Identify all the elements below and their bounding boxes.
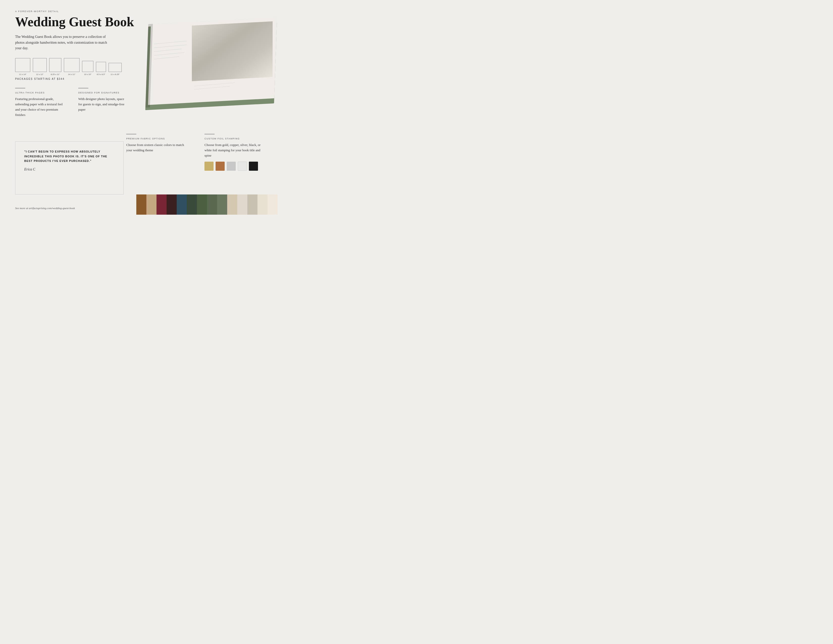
- description: The Wedding Guest Book allows you to pre…: [15, 34, 111, 51]
- size-option-1[interactable]: 12 x 12": [33, 58, 47, 76]
- size-box-3: [64, 58, 79, 72]
- fabric-color-7[interactable]: [207, 195, 217, 215]
- fabric-color-0[interactable]: [136, 195, 146, 215]
- foil-line: [204, 134, 215, 134]
- page-wrapper: A FOREVER-WORTHY DETAIL Wedding Guest Bo…: [0, 0, 278, 215]
- size-option-0[interactable]: 11 x 14": [15, 58, 30, 76]
- size-label-4: 10 x 10": [84, 73, 92, 76]
- fabric-color-1[interactable]: [146, 195, 156, 215]
- feature-title-1: ULTRA-THICK PAGES: [15, 92, 66, 94]
- foil-title: CUSTOM FOIL STAMPING: [204, 137, 268, 140]
- book-svg: [126, 3, 278, 111]
- feature-line-2: [78, 88, 88, 89]
- size-label-2: 8.25 x 11": [51, 73, 60, 76]
- size-label-1: 12 x 12": [36, 73, 43, 76]
- feature-line-1: [15, 88, 25, 89]
- size-option-4[interactable]: 10 x 10": [82, 61, 93, 76]
- bottom-features-row: PREMIUM FABRIC OPTIONS Choose from sixte…: [126, 134, 268, 171]
- size-label-3: 14 x 11": [68, 73, 75, 76]
- foil-swatches: [204, 162, 268, 171]
- fabric-color-11[interactable]: [248, 195, 257, 215]
- bottom-feature-foil: CUSTOM FOIL STAMPING Choose from gold, c…: [204, 134, 268, 171]
- size-box-0: [15, 58, 30, 72]
- size-box-4: [82, 61, 93, 72]
- feature-desc-1: Featuring professional-grade, unbending …: [15, 97, 66, 118]
- fabric-color-strip: [136, 195, 278, 215]
- fabric-title: PREMIUM FABRIC OPTIONS: [126, 137, 189, 140]
- size-box-6: [109, 63, 122, 72]
- fabric-color-6[interactable]: [197, 195, 207, 215]
- testimonial-author: Erica C: [24, 167, 114, 171]
- bottom-features-area: PREMIUM FABRIC OPTIONS Choose from sixte…: [126, 134, 268, 178]
- testimonial-quote: "I CAN'T BEGIN TO EXPRESS HOW ABSOLUTELY…: [24, 149, 114, 163]
- size-box-2: [49, 58, 61, 72]
- svg-rect-3: [192, 21, 273, 81]
- size-option-5[interactable]: 8.5 x 8.5": [96, 62, 106, 76]
- fabric-line: [126, 134, 136, 134]
- fabric-color-13[interactable]: [268, 195, 278, 215]
- foil-swatch-silver[interactable]: [227, 162, 236, 171]
- fabric-color-3[interactable]: [167, 195, 177, 215]
- fabric-color-5[interactable]: [187, 195, 197, 215]
- foil-desc: Choose from gold, copper, silver, black,…: [204, 142, 268, 158]
- size-label-0: 11 x 14": [19, 73, 26, 76]
- see-more-link[interactable]: See more at artifactuprising.com/wedding…: [15, 206, 75, 209]
- fabric-color-9[interactable]: [227, 195, 237, 215]
- size-option-6[interactable]: 11 x 8.25": [109, 63, 122, 76]
- fabric-color-4[interactable]: [177, 195, 187, 215]
- size-box-5: [96, 62, 106, 72]
- book-visual-area: [121, 0, 278, 151]
- size-box-1: [33, 58, 47, 72]
- fabric-color-12[interactable]: [257, 195, 268, 215]
- fabric-color-8[interactable]: [217, 195, 227, 215]
- size-label-5: 8.5 x 8.5": [96, 73, 105, 76]
- foil-swatch-gold[interactable]: [204, 162, 214, 171]
- foil-swatch-black[interactable]: [249, 162, 258, 171]
- size-option-2[interactable]: 8.25 x 11": [49, 58, 61, 76]
- fabric-desc: Choose from sixteen classic colors to ma…: [126, 142, 189, 153]
- fabric-color-2[interactable]: [156, 195, 167, 215]
- foil-swatch-white[interactable]: [238, 162, 247, 171]
- foil-swatch-copper[interactable]: [215, 162, 225, 171]
- size-label-6: 11 x 8.25": [111, 73, 120, 76]
- bottom-feature-fabric: PREMIUM FABRIC OPTIONS Choose from sixte…: [126, 134, 189, 171]
- size-option-3[interactable]: 14 x 11": [64, 58, 79, 76]
- feature-col-1: ULTRA-THICK PAGES Featuring professional…: [15, 88, 66, 118]
- testimonial-box: "I CAN'T BEGIN TO EXPRESS HOW ABSOLUTELY…: [15, 142, 124, 195]
- fabric-color-10[interactable]: [237, 195, 248, 215]
